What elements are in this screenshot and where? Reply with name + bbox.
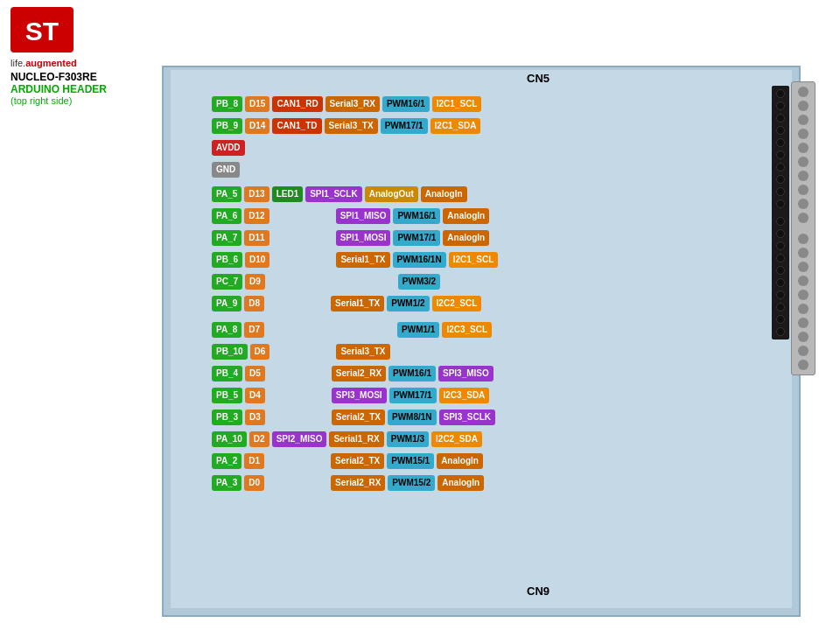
badge-pwm11: PWM1/1	[397, 322, 439, 338]
badge-pb6: PB_6	[212, 252, 242, 268]
badge-pa6: PA_6	[212, 208, 242, 224]
badge-d9: D9	[245, 274, 265, 290]
badge-i2c1sda: I2C1_SDA	[430, 118, 481, 134]
badge-pb4: PB_4	[212, 366, 242, 382]
badge-pa2: PA_2	[212, 453, 242, 469]
badge-d12: D12	[244, 208, 269, 224]
badge-d7: D7	[244, 322, 264, 338]
badge-serial3tx2: Serial3_TX	[336, 344, 389, 360]
pin-row-pb10: PB_10 D6 Serial3_TX	[212, 342, 498, 361]
badge-pb10: PB_10	[212, 344, 248, 360]
badge-pwm151: PWM15/1	[387, 453, 434, 469]
badge-avdd: AVDD	[212, 140, 245, 156]
pin-row-pa7: PA_7 D11 SPI1_MOSI PWM17/1 AnalogIn	[212, 228, 498, 248]
badge-d3: D3	[245, 410, 265, 425]
badge-spi3sclk: SPI3_SCLK	[439, 410, 495, 425]
pin-row-pa10: PA_10 D2 SPI2_MISO Serial1_RX PWM1/3 I2C…	[212, 430, 498, 449]
badge-analogin1: AnalogIn	[421, 186, 467, 202]
badge-pa9: PA_9	[212, 296, 242, 312]
badge-serial1rx: Serial1_RX	[329, 431, 383, 447]
badge-analogin5: AnalogIn	[438, 475, 484, 491]
right-connector-black	[772, 86, 789, 340]
pin-row-pb9: PB_9 D14 CAN1_TD Serial3_TX PWM17/1 I2C1…	[212, 116, 498, 136]
badge-pwm161: PWM16/1	[382, 96, 430, 112]
badge-serial2tx2: Serial2_TX	[331, 453, 384, 469]
pin-row-pc7: PC_7 D9 PWM3/2	[212, 272, 498, 291]
badge-d1: D1	[244, 453, 264, 469]
badge-pa5: PA_5	[212, 186, 242, 202]
badge-serial2tx: Serial2_TX	[332, 410, 385, 425]
cn5-label: CN5	[527, 72, 550, 85]
pin-row-pb6: PB_6 D10 Serial1_TX PWM16/1N I2C1_SCL	[212, 250, 498, 270]
badge-pwm171: PWM17/1	[381, 118, 428, 134]
badge-pwm32: PWM3/2	[398, 274, 440, 290]
st-logo: ST	[10, 7, 74, 52]
badge-pb9: PB_9	[212, 118, 242, 134]
badge-d0: D0	[244, 475, 264, 491]
badge-i2c3sda: I2C3_SDA	[439, 388, 490, 403]
badge-d13: D13	[244, 186, 269, 202]
badge-i2c2scl: I2C2_SCL	[432, 296, 482, 312]
svg-text:ST: ST	[25, 17, 59, 46]
pin-row-pa5: PA_5 D13 LED1 SPI1_SCLK AnalogOut Analog…	[212, 185, 498, 204]
logo-area: ST life.augmented NUCLEO-F303RE ARDUINO …	[10, 7, 155, 106]
badge-d14: D14	[245, 118, 270, 134]
badge-serial1tx: Serial1_TX	[336, 252, 389, 268]
badge-d2: D2	[249, 431, 270, 447]
board-name: NUCLEO-F303RE	[10, 71, 155, 83]
badge-i2c1scl: I2C1_SCL	[432, 96, 482, 112]
badge-spi3miso: SPI3_MISO	[438, 366, 494, 382]
pin-rows-container: PB_8 D15 CAN1_RD Serial3_RX PWM16/1 I2C1…	[212, 94, 498, 495]
badge-pwm12: PWM1/2	[387, 296, 429, 312]
pin-row-pb3: PB_3 D3 Serial2_TX PWM8/1N SPI3_SCLK	[212, 408, 498, 427]
badge-serial1tx2: Serial1_TX	[331, 296, 384, 312]
badge-pwm161c: PWM16/1	[388, 366, 436, 382]
badge-d6: D6	[250, 344, 270, 360]
badge-can1rd: CAN1_RD	[272, 96, 322, 112]
pin-row-pb8: PB_8 D15 CAN1_RD Serial3_RX PWM16/1 I2C1…	[212, 94, 498, 114]
badge-d8: D8	[244, 296, 264, 312]
badge-d15: D15	[245, 96, 270, 112]
badge-d10: D10	[245, 252, 270, 268]
badge-serial3tx: Serial3_TX	[325, 118, 378, 134]
badge-serial2rx: Serial2_RX	[332, 366, 386, 382]
badge-pa7: PA_7	[212, 230, 242, 246]
pin-row-pa9: PA_9 D8 Serial1_TX PWM1/2 I2C2_SCL	[212, 294, 498, 313]
augmented-text: augmented	[25, 58, 77, 68]
right-connector-outer	[791, 81, 816, 375]
badge-analogin4: AnalogIn	[437, 453, 483, 469]
badge-pc7: PC_7	[212, 274, 242, 290]
badge-analogin3: AnalogIn	[443, 230, 489, 246]
badge-pa10: PA_10	[212, 431, 247, 447]
badge-pwm81n: PWM8/1N	[388, 410, 437, 425]
badge-d4: D4	[245, 388, 265, 403]
badge-spi1miso: SPI1_MISO	[336, 208, 391, 224]
badge-pwm171c: PWM17/1	[389, 388, 437, 403]
badge-serial2rx2: Serial2_RX	[331, 475, 385, 491]
badge-pb3: PB_3	[212, 410, 242, 425]
badge-pwm171b: PWM17/1	[393, 230, 440, 246]
badge-pwm152: PWM15/2	[388, 475, 435, 491]
badge-spi1mosi: SPI1_MOSI	[336, 230, 391, 246]
badge-pa8: PA_8	[212, 322, 242, 338]
pin-row-gnd: GND	[212, 160, 498, 179]
pin-row-pa2: PA_2 D1 Serial2_TX PWM15/1 AnalogIn	[212, 452, 498, 471]
badge-pwm13: PWM1/3	[387, 431, 429, 447]
pin-row-pb5: PB_5 D4 SPI3_MOSI PWM17/1 I2C3_SDA	[212, 386, 498, 405]
badge-gnd: GND	[212, 162, 240, 178]
header-title: ARDUINO HEADER	[10, 83, 155, 95]
badge-serial3rx: Serial3_RX	[326, 96, 380, 112]
badge-i2c1scl2: I2C1_SCL	[449, 252, 499, 268]
pin-row-avdd: AVDD	[212, 138, 498, 158]
badge-i2c3scl: I2C3_SCL	[442, 322, 492, 338]
header-subtitle: (top right side)	[10, 95, 155, 106]
badge-analogin2: AnalogIn	[443, 208, 489, 224]
badge-analogout: AnalogOut	[365, 186, 418, 202]
badge-pb8: PB_8	[212, 96, 242, 112]
badge-pwm161n: PWM16/1N	[393, 252, 446, 268]
badge-i2c2sda: I2C2_SDA	[431, 431, 482, 447]
badge-can1td: CAN1_TD	[272, 118, 321, 134]
pin-row-pa3: PA_3 D0 Serial2_RX PWM15/2 AnalogIn	[212, 473, 498, 493]
badge-pb5: PB_5	[212, 388, 242, 403]
tagline: life.augmented	[10, 58, 155, 68]
